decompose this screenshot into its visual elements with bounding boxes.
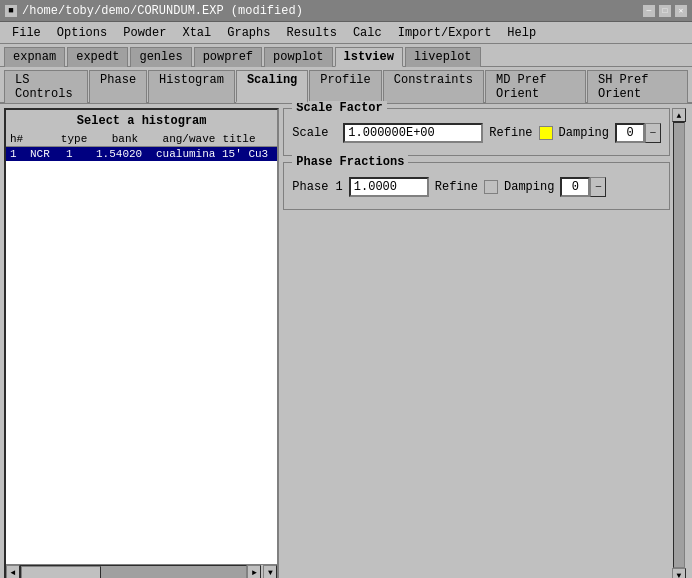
col-type: type <box>61 133 112 145</box>
menu-help[interactable]: Help <box>499 24 544 42</box>
scale-label: Scale <box>292 126 337 140</box>
phase-damping-label: Damping <box>504 180 554 194</box>
empty-space <box>283 216 670 578</box>
scale-refine-label: Refine <box>489 126 532 140</box>
subtab-phase[interactable]: Phase <box>89 70 147 103</box>
left-scroll-right[interactable]: ► <box>247 565 261 578</box>
tab-powplot[interactable]: powplot <box>264 47 332 67</box>
title-text: /home/toby/demo/CORUNDUM.EXP (modified) <box>22 4 303 18</box>
scale-factor-title: Scale Factor <box>292 101 386 115</box>
tab-expedt[interactable]: expedt <box>67 47 128 67</box>
app-icon: ■ <box>4 4 18 18</box>
right-scroll-down[interactable]: ▼ <box>672 568 686 578</box>
row-wave: 1.54020 <box>96 148 156 160</box>
scale-input[interactable] <box>343 123 483 143</box>
phase-row: Phase 1 Refine Damping ─ <box>292 177 661 197</box>
scale-row: Scale Refine Damping ─ <box>292 123 661 143</box>
menu-import-export[interactable]: Import/Export <box>390 24 500 42</box>
main-content: Select a histogram h# type bank ang/wave… <box>0 104 692 578</box>
sub-tab-row: LS Controls Phase Histogram Scaling Prof… <box>0 67 692 104</box>
phase-refine-label: Refine <box>435 180 478 194</box>
subtab-md-pref-orient[interactable]: MD Pref Orient <box>485 70 586 103</box>
histogram-list-panel: Select a histogram h# type bank ang/wave… <box>4 108 279 578</box>
tab-expnam[interactable]: expnam <box>4 47 65 67</box>
col-bank: bank <box>112 133 163 145</box>
scale-damping-decrement[interactable]: ─ <box>645 123 661 143</box>
menu-powder[interactable]: Powder <box>115 24 174 42</box>
right-scroll-up[interactable]: ▲ <box>672 108 686 122</box>
subtab-constraints[interactable]: Constraints <box>383 70 484 103</box>
row-bank: 1 <box>66 148 96 160</box>
menu-options[interactable]: Options <box>49 24 115 42</box>
list-header: h# type bank ang/wave title <box>6 132 277 147</box>
panel-title: Select a histogram <box>6 110 277 132</box>
subtab-scaling[interactable]: Scaling <box>236 70 308 103</box>
right-panel: Scale Factor Scale Refine Damping ─ <box>283 108 688 578</box>
left-scroll-down[interactable]: ▼ <box>263 565 277 578</box>
scale-damping-input[interactable] <box>615 123 645 143</box>
col-h: h# <box>10 133 61 145</box>
phase-damping-input[interactable] <box>560 177 590 197</box>
phase-damping-decrement[interactable]: ─ <box>590 177 606 197</box>
scale-refine-checkbox[interactable] <box>539 126 553 140</box>
subtab-ls-controls[interactable]: LS Controls <box>4 70 88 103</box>
phase-fractions-title: Phase Fractions <box>292 155 408 169</box>
tab-powpref[interactable]: powpref <box>194 47 262 67</box>
row-type: NCR <box>30 148 66 160</box>
menu-xtal[interactable]: Xtal <box>174 24 219 42</box>
tab-row: expnam expedt genles powpref powplot lst… <box>0 44 692 67</box>
phase-label: Phase 1 <box>292 180 342 194</box>
subtab-profile[interactable]: Profile <box>309 70 381 103</box>
col-wave: ang/wave <box>163 133 223 145</box>
row-h: 1 <box>10 148 30 160</box>
subtab-histogram[interactable]: Histogram <box>148 70 235 103</box>
left-scroll-left[interactable]: ◄ <box>6 565 20 578</box>
title-bar: ■ /home/toby/demo/CORUNDUM.EXP (modified… <box>0 0 692 22</box>
phase-input[interactable] <box>349 177 429 197</box>
maximize-button[interactable]: □ <box>658 4 672 18</box>
scale-factor-group: Scale Factor Scale Refine Damping ─ <box>283 108 670 156</box>
subtab-sh-pref-orient[interactable]: SH Pref Orient <box>587 70 688 103</box>
minimize-button[interactable]: ─ <box>642 4 656 18</box>
menu-calc[interactable]: Calc <box>345 24 390 42</box>
row-title: cualumina 15' Cu3 <box>156 148 268 160</box>
list-item[interactable]: 1 NCR 1 1.54020 cualumina 15' Cu3 <box>6 147 277 161</box>
scale-damping-spin[interactable]: ─ <box>615 123 661 143</box>
menu-graphs[interactable]: Graphs <box>219 24 278 42</box>
menu-file[interactable]: File <box>4 24 49 42</box>
scale-damping-label: Damping <box>559 126 609 140</box>
menu-results[interactable]: Results <box>278 24 344 42</box>
phase-refine-checkbox[interactable] <box>484 180 498 194</box>
tab-genles[interactable]: genles <box>130 47 191 67</box>
tab-liveplot[interactable]: liveplot <box>405 47 481 67</box>
phase-damping-spin[interactable]: ─ <box>560 177 606 197</box>
tab-lstview[interactable]: lstview <box>335 47 403 67</box>
phase-fractions-group: Phase Fractions Phase 1 Refine Damping ─ <box>283 162 670 210</box>
col-title: title <box>223 133 274 145</box>
close-button[interactable]: ✕ <box>674 4 688 18</box>
histogram-list[interactable]: 1 NCR 1 1.54020 cualumina 15' Cu3 <box>6 147 277 564</box>
menu-bar: File Options Powder Xtal Graphs Results … <box>0 22 692 44</box>
